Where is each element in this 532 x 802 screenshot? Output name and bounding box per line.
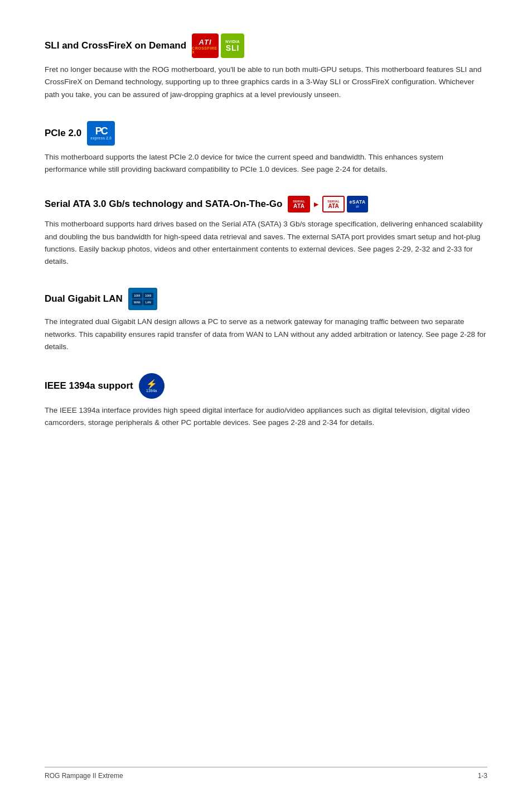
lan-label-2: 1000 <box>145 294 151 297</box>
sli-icon-group: ATI CROSSFIRE X NVIDIA SLI <box>192 33 244 58</box>
sli-top-text: NVIDIA <box>225 40 240 44</box>
ati-text: ATI <box>199 38 212 46</box>
section-sli-crossfirex: SLI and CrossFireX on Demand ATI CROSSFI… <box>45 33 487 101</box>
esata-text: eSATA <box>350 199 366 205</box>
pcie-main-text: PC <box>95 126 107 136</box>
section-sata-title: Serial ATA 3.0 Gb/s technology and SATA-… <box>45 199 282 210</box>
section-sli-title: SLI and CrossFireX on Demand <box>45 40 186 51</box>
ati-crossfirex-icon: ATI CROSSFIRE X <box>192 33 219 58</box>
sata-red-icon: SERIAL ATA <box>288 196 310 212</box>
section-sli-body: Fret no longer because with the ROG moth… <box>45 64 487 101</box>
section-pcie: PCIe 2.0 PC express 2.0 This motherboard… <box>45 121 487 176</box>
lan-icon: 1000 1000 WAN LAN <box>128 288 157 310</box>
sata-main-text: ATA <box>293 203 305 209</box>
section-sata-header: Serial ATA 3.0 Gb/s technology and SATA-… <box>45 196 487 212</box>
sata2-main-text: ATA <box>328 203 339 209</box>
section-lan: Dual Gigabit LAN 1000 1000 WAN LAN <box>45 288 487 353</box>
section-pcie-body: This motherboard supports the latest PCI… <box>45 151 487 176</box>
lan-box-4: LAN <box>143 299 153 305</box>
esata-icon: eSATA ⇄ <box>347 196 368 212</box>
ati-sub-text: CROSSFIRE X <box>192 46 219 54</box>
section-lan-title: Dual Gigabit LAN <box>45 293 123 305</box>
page: SLI and CrossFireX on Demand ATI CROSSFI… <box>0 0 532 802</box>
section-lan-body: The integrated dual Gigabit LAN design a… <box>45 316 487 353</box>
lan-label-3: WAN <box>134 301 141 304</box>
sli-main-text: SLI <box>226 44 240 52</box>
pcie-icon: PC express 2.0 <box>87 121 115 146</box>
lan-label-1: 1000 <box>134 294 140 297</box>
section-ieee: IEEE 1394a support ⚡ 1394a The IEEE 1394… <box>45 373 487 429</box>
section-pcie-title: PCIe 2.0 <box>45 128 81 139</box>
sata-icon-group: SERIAL ATA ► SERIAL ATA eSATA ⇄ <box>288 196 368 212</box>
ieee-sub-text: 1394a <box>146 389 157 393</box>
sata-arrow-icon: ► <box>312 200 320 209</box>
lan-box-1: 1000 <box>132 293 142 298</box>
section-serial-ata: Serial ATA 3.0 Gb/s technology and SATA-… <box>45 196 487 268</box>
lan-box-3: WAN <box>132 299 142 305</box>
section-ieee-body: The IEEE 1394a interface provides high s… <box>45 404 487 429</box>
section-sata-body: This motherboard supports hard drives ba… <box>45 218 487 268</box>
page-footer: ROG Rampage II Extreme 1-3 <box>45 767 487 780</box>
section-sli-header: SLI and CrossFireX on Demand ATI CROSSFI… <box>45 33 487 58</box>
nvidia-sli-icon: NVIDIA SLI <box>221 33 244 58</box>
pcie-sub-text: express 2.0 <box>90 136 112 140</box>
section-pcie-header: PCIe 2.0 PC express 2.0 <box>45 121 487 146</box>
section-lan-header: Dual Gigabit LAN 1000 1000 WAN LAN <box>45 288 487 310</box>
lan-bot-row: WAN LAN <box>132 299 153 305</box>
lan-top-row: 1000 1000 <box>132 293 153 298</box>
footer-product-name: ROG Rampage II Extreme <box>45 772 123 780</box>
ieee-icon: ⚡ 1394a <box>139 373 165 399</box>
section-ieee-title: IEEE 1394a support <box>45 380 133 392</box>
sata-outline-icon: SERIAL ATA <box>322 196 345 212</box>
footer-page-number: 1-3 <box>478 772 487 780</box>
ieee-num-text: ⚡ <box>146 380 157 389</box>
section-ieee-header: IEEE 1394a support ⚡ 1394a <box>45 373 487 399</box>
lan-box-2: 1000 <box>143 293 153 298</box>
lan-label-4: LAN <box>146 301 151 304</box>
esata-arrow: ⇄ <box>356 205 359 209</box>
